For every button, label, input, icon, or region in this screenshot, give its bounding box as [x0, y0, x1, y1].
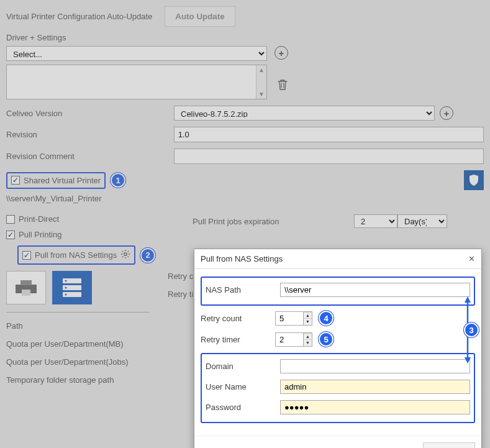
pull-expiration-label: Pull Print jobs expiration: [193, 217, 354, 226]
nas-path-highlight: NAS Path: [201, 277, 475, 306]
close-icon[interactable]: ✕: [468, 254, 475, 263]
username-input[interactable]: [280, 380, 470, 394]
nas-tile[interactable]: [52, 271, 92, 304]
shared-printer-label: Shared Virtual Printer: [24, 176, 101, 185]
svg-rect-3: [22, 290, 30, 296]
retry-timer-up[interactable]: ▲: [303, 333, 312, 340]
callout-2: 2: [140, 248, 155, 263]
retry-timer-down[interactable]: ▼: [303, 339, 312, 346]
pull-nas-checkbox[interactable]: [22, 251, 31, 260]
pull-nas-label: Pull from NAS Settings: [35, 250, 117, 260]
retry-count-up[interactable]: ▲: [303, 312, 312, 319]
svg-point-7: [65, 280, 67, 282]
revision-label: Revision: [6, 130, 174, 139]
callout-4: 4: [319, 311, 333, 326]
driver-settings-label: Driver + Settings: [6, 33, 484, 42]
shared-printer-highlight: Shared Virtual Printer: [6, 172, 106, 189]
revision-comment-input[interactable]: [174, 149, 484, 164]
domain-label: Domain: [206, 362, 280, 371]
gear-icon[interactable]: [120, 249, 130, 261]
auto-update-button[interactable]: Auto Update: [165, 6, 235, 27]
driver-select[interactable]: Select...: [6, 46, 267, 61]
callout-5: 5: [319, 332, 333, 347]
config-label: Virtual Printer Configuration Auto-Updat…: [6, 12, 152, 21]
pull-printing-label: Pull Printing: [19, 230, 61, 239]
add-driver-icon[interactable]: +: [274, 46, 288, 60]
print-direct-checkbox[interactable]: [6, 215, 15, 224]
revision-comment-label: Revision Comment: [6, 152, 174, 161]
celiveo-version-select[interactable]: Celiveo-8.7.5.2.zip: [174, 106, 435, 121]
celiveo-version-label: Celiveo Version: [6, 109, 174, 118]
nas-settings-modal: Pull from NAS Settings ✕ 3 NAS Path Retr…: [194, 249, 482, 448]
scrollbar[interactable]: ▲▼: [256, 65, 266, 99]
shared-path-text: \\server\My_Virtual_Printer: [6, 194, 484, 203]
expiration-unit-select[interactable]: Day(s): [397, 214, 447, 228]
svg-point-0: [124, 253, 127, 255]
add-version-icon[interactable]: +: [440, 106, 453, 120]
password-label: Password: [206, 403, 280, 412]
shield-icon[interactable]: [464, 170, 484, 190]
expiration-value-select[interactable]: 2: [354, 214, 397, 228]
print-direct-label: Print-Direct: [19, 214, 59, 224]
svg-point-8: [65, 287, 67, 289]
svg-rect-2: [20, 280, 32, 285]
pull-nas-highlight: Pull from NAS Settings: [17, 245, 135, 265]
retry-count-down[interactable]: ▼: [303, 318, 312, 325]
svg-point-9: [65, 294, 67, 296]
revision-input[interactable]: [174, 127, 484, 142]
password-input[interactable]: [280, 400, 470, 414]
domain-input[interactable]: [280, 359, 470, 373]
retry-count-label: Retry count: [201, 314, 275, 323]
username-label: User Name: [206, 382, 280, 391]
driver-list-box: ▲▼: [6, 65, 267, 99]
printer-tile[interactable]: [6, 271, 46, 304]
delete-driver-icon[interactable]: [277, 78, 288, 91]
nas-path-label: NAS Path: [206, 285, 280, 295]
callout-1: 1: [111, 173, 125, 188]
callout-3: 3: [464, 322, 479, 337]
nas-path-input[interactable]: [280, 283, 470, 297]
shared-printer-checkbox[interactable]: [11, 176, 20, 185]
retry-timer-label: Retry timer: [201, 335, 275, 344]
modal-title: Pull from NAS Settings: [201, 254, 283, 263]
credentials-highlight: Domain User Name Password: [201, 353, 475, 423]
close-button[interactable]: Close: [423, 442, 475, 448]
pull-printing-checkbox[interactable]: [6, 231, 15, 239]
